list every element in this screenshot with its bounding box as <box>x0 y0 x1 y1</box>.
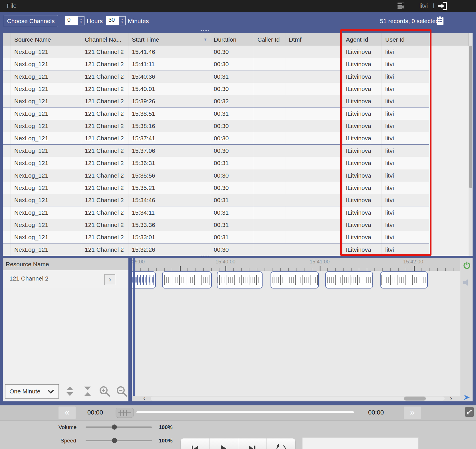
timeline-zoom-select[interactable]: One Minute <box>5 384 59 399</box>
resource-expand-button[interactable]: › <box>104 274 115 285</box>
table-row[interactable]: NexLog_121121 Channel 215:37:0600:30ILit… <box>3 145 429 157</box>
table-row[interactable]: NexLog_121121 Channel 215:38:5100:31ILit… <box>3 107 429 120</box>
zoom-in-button[interactable] <box>98 384 112 399</box>
file-menu[interactable]: File <box>7 2 17 9</box>
table-row[interactable]: NexLog_121121 Channel 215:37:4100:30ILit… <box>3 132 429 144</box>
call-waveform-segment[interactable] <box>162 271 212 289</box>
power-icon[interactable] <box>463 261 471 271</box>
cell-select <box>3 194 11 206</box>
zoom-out-button[interactable] <box>115 384 129 399</box>
cell-select <box>419 182 429 194</box>
rewind-button[interactable]: « <box>59 407 76 419</box>
column-header-caller-id[interactable]: Caller Id <box>254 33 285 46</box>
stepper-up-icon[interactable]: ▲ <box>121 18 124 21</box>
collapse-rows-button[interactable] <box>80 384 95 399</box>
column-header-agent-id[interactable]: Agent Id <box>342 33 382 46</box>
table-top-drag-handle[interactable] <box>201 30 209 32</box>
table-row[interactable]: NexLog_121121 Channel 215:40:0100:30ILit… <box>3 83 429 95</box>
column-header-start-time[interactable]: Start Time▼ <box>128 33 210 46</box>
elapsed-time: 00:00 <box>87 409 103 416</box>
column-header-filler[interactable] <box>419 33 429 46</box>
cell-dtmf <box>285 132 342 144</box>
scroll-left-icon[interactable]: ‹ <box>143 395 145 401</box>
resource-list-item[interactable]: 121 Channel 2 › <box>3 270 128 288</box>
call-waveform-segment[interactable] <box>380 271 428 289</box>
column-header-duration[interactable]: Duration <box>210 33 254 46</box>
table-row[interactable]: NexLog_121121 Channel 215:36:3100:31ILit… <box>3 157 429 169</box>
table-scrollbar[interactable] <box>469 33 473 256</box>
hours-input[interactable]: 0 <box>65 16 78 25</box>
call-waveform-segment[interactable] <box>217 271 263 289</box>
volume-slider-thumb[interactable] <box>112 424 117 430</box>
seek-handle[interactable] <box>116 408 134 419</box>
timeline-scroll-thumb[interactable] <box>404 397 426 401</box>
stepper-down-icon[interactable]: ▼ <box>80 21 82 24</box>
stepper-up-icon[interactable]: ▲ <box>80 18 82 21</box>
timeline-time-label: 15:41:00 <box>310 259 330 265</box>
table-scrollbar-thumb[interactable] <box>469 46 472 188</box>
cell-dtmf <box>285 243 342 256</box>
speed-slider[interactable] <box>86 440 152 441</box>
speaker-icon[interactable] <box>463 279 471 288</box>
cell-caller <box>254 107 285 120</box>
timeline-panel[interactable]: 39:0015:40:0015:41:0015:42:00 ‹ › <box>132 258 460 401</box>
sort-descending-icon[interactable]: ▼ <box>203 33 207 46</box>
expand-rows-button[interactable] <box>63 384 77 399</box>
column-header-source-name[interactable]: Source Name <box>11 33 81 46</box>
table-row[interactable]: NexLog_121121 Channel 215:38:1600:30ILit… <box>3 120 429 132</box>
timeline-playhead[interactable] <box>133 258 135 401</box>
previous-track-button[interactable] <box>181 438 209 449</box>
table-row[interactable]: NexLog_121121 Channel 215:35:5600:30ILit… <box>3 169 429 182</box>
table-row[interactable]: NexLog_121121 Channel 215:39:2600:32ILit… <box>3 95 429 107</box>
cell-start: 15:40:36 <box>128 70 210 83</box>
stepper-down-icon[interactable]: ▼ <box>121 21 124 24</box>
table-row[interactable]: NexLog_121121 Channel 215:40:3600:31ILit… <box>3 70 429 83</box>
table-row[interactable]: NexLog_121121 Channel 215:32:2600:30ILit… <box>3 243 429 256</box>
table-row[interactable]: NexLog_121121 Channel 215:33:0100:31ILit… <box>3 231 429 243</box>
column-header-user-id[interactable]: User Id <box>382 33 419 46</box>
cell-select <box>419 231 429 243</box>
minutes-stepper[interactable]: ▲▼ <box>119 16 126 25</box>
cell-user: litvi <box>382 243 419 256</box>
play-button[interactable] <box>209 438 238 449</box>
timeline-scroll-track[interactable] <box>151 397 445 401</box>
records-summary: 51 records, 0 selected <box>380 18 439 25</box>
cell-user: litvi <box>382 83 419 95</box>
table-row[interactable]: NexLog_121121 Channel 215:34:1100:31ILit… <box>3 206 429 219</box>
fast-forward-button[interactable]: » <box>404 407 421 419</box>
seek-track[interactable] <box>136 411 354 413</box>
scroll-right-icon[interactable]: › <box>450 395 452 401</box>
table-row[interactable]: NexLog_121121 Channel 215:41:1100:30ILit… <box>3 58 429 70</box>
loop-button[interactable] <box>267 438 295 449</box>
logout-icon[interactable] <box>437 2 447 11</box>
cell-select <box>419 95 429 107</box>
table-row[interactable]: NexLog_121121 Channel 215:33:3600:31ILit… <box>3 219 429 231</box>
speed-slider-thumb[interactable] <box>112 438 117 443</box>
column-header-filler[interactable] <box>429 33 469 46</box>
advance-playhead-icon[interactable] <box>463 394 471 402</box>
table-row[interactable]: NexLog_121121 Channel 215:34:4600:31ILit… <box>3 194 429 206</box>
server-icon[interactable] <box>397 2 405 11</box>
cell-start: 15:33:36 <box>128 219 210 231</box>
cell-dtmf <box>285 46 342 58</box>
call-waveform-segment[interactable] <box>325 271 373 289</box>
choose-channels-button[interactable]: Choose Channels <box>4 15 58 27</box>
table-row[interactable]: NexLog_121121 Channel 215:41:4600:30ILit… <box>3 46 429 58</box>
fullscreen-icon[interactable] <box>465 407 474 417</box>
clipboard-icon[interactable] <box>436 16 444 27</box>
hours-stepper[interactable]: ▲▼ <box>78 16 84 25</box>
call-waveform-segment[interactable] <box>271 271 319 289</box>
cell-duration: 00:31 <box>210 219 254 231</box>
column-header-channel-na[interactable]: Channel Na... <box>81 33 128 46</box>
cell-caller <box>254 157 285 169</box>
cell-caller <box>254 46 285 58</box>
next-track-button[interactable] <box>238 438 267 449</box>
call-waveform-segment[interactable] <box>132 271 156 289</box>
timeline-scrollbar[interactable]: ‹ › <box>132 396 460 401</box>
table-row[interactable]: NexLog_121121 Channel 215:35:2100:30ILit… <box>3 182 429 194</box>
volume-slider[interactable] <box>86 426 152 428</box>
application-window: File litvi | Choose Cha <box>0 0 476 449</box>
column-header-dtmf[interactable]: Dtmf <box>285 33 342 46</box>
minutes-input[interactable]: 30 <box>106 16 119 25</box>
table-empty-area <box>429 46 469 256</box>
